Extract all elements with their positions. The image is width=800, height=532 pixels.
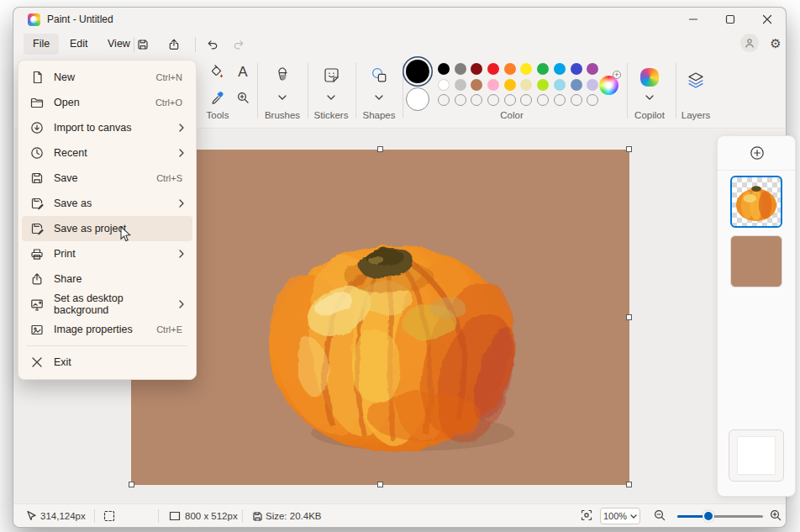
stickers-button[interactable] (320, 64, 342, 86)
copilot-button[interactable] (639, 66, 661, 88)
account-button[interactable] (740, 34, 759, 52)
color-swatch[interactable] (504, 79, 516, 91)
color-swatch[interactable] (554, 79, 566, 91)
color-swatch[interactable] (487, 63, 499, 75)
file-size-value: Size: 20.4KB (266, 504, 321, 528)
canvas-handle-right[interactable] (626, 314, 632, 320)
undo-button[interactable] (200, 34, 225, 55)
fill-tool-button[interactable] (206, 61, 228, 83)
menu-item-print[interactable]: Print (22, 241, 192, 266)
drawing-canvas[interactable] (131, 150, 629, 485)
shapes-button[interactable] (368, 64, 390, 86)
color-swatch[interactable] (455, 63, 466, 75)
save-icon (136, 38, 150, 51)
brushes-dropdown-chevron[interactable] (276, 93, 289, 102)
ribbon-separator (403, 63, 403, 119)
color-swatch[interactable] (438, 63, 450, 75)
minimize-button[interactable] (675, 8, 712, 31)
layer-thumbnail-pumpkin[interactable] (730, 176, 782, 228)
eyedropper-tool-button[interactable] (206, 87, 228, 108)
canvas-handle-bottom-left[interactable] (129, 482, 134, 487)
stickers-dropdown-chevron[interactable] (324, 93, 338, 102)
canvas-background-layer[interactable] (729, 429, 784, 482)
fill-bucket-icon (209, 65, 224, 80)
save-button[interactable] (130, 34, 155, 55)
chevron-down-icon (375, 95, 383, 100)
text-tool-button[interactable]: A (232, 61, 254, 83)
menu-item-set-as-desktop-background[interactable]: Set as desktop background (22, 292, 192, 317)
empty-color-slot[interactable] (587, 94, 598, 106)
empty-color-slot[interactable] (520, 94, 532, 106)
shapes-dropdown-chevron[interactable] (372, 93, 386, 102)
brush-icon (274, 66, 291, 84)
window-title: Paint - Untitled (47, 13, 113, 25)
menu-item-exit[interactable]: Exit (22, 350, 192, 375)
clock-icon (30, 146, 44, 160)
redo-button[interactable] (225, 34, 250, 55)
color-swatch[interactable] (504, 63, 516, 75)
settings-button[interactable]: ⚙ (766, 34, 786, 54)
image-properties-icon (30, 323, 44, 336)
menu-item-save-as[interactable]: Save as (22, 191, 192, 216)
color-swatch[interactable] (571, 79, 582, 91)
menu-item-image-properties[interactable]: Image properties Ctrl+E (22, 317, 192, 342)
menu-item-open[interactable]: Open Ctrl+O (22, 90, 192, 115)
color-swatch[interactable] (438, 79, 450, 91)
layer-thumbnail-background-color[interactable] (730, 235, 782, 287)
zoom-out-button[interactable] (653, 508, 666, 522)
color-swatch[interactable] (587, 63, 598, 75)
color-swatch[interactable] (487, 79, 499, 91)
fit-to-screen-button[interactable] (580, 508, 593, 522)
menu-item-recent[interactable]: Recent (22, 140, 192, 166)
file-size-icon (250, 509, 264, 523)
canvas-handle-bottom-right[interactable] (626, 482, 632, 487)
add-layer-button[interactable] (748, 144, 766, 162)
menubar: File Edit View (13, 31, 786, 58)
empty-color-slot[interactable] (571, 94, 582, 106)
magnifier-tool-button[interactable] (232, 87, 254, 108)
save-as-icon (30, 197, 44, 210)
menu-item-save[interactable]: Save Ctrl+S (22, 166, 192, 191)
close-button[interactable] (749, 8, 786, 31)
layers-icon (686, 71, 706, 91)
layers-button[interactable] (685, 70, 707, 92)
empty-color-slot[interactable] (504, 94, 516, 106)
maximize-button[interactable] (712, 8, 749, 31)
pumpkin-thumbnail-art (732, 181, 781, 223)
empty-color-slot[interactable] (455, 94, 466, 106)
color-swatch[interactable] (455, 79, 466, 91)
empty-color-slot[interactable] (487, 94, 499, 106)
menu-file[interactable]: File (24, 34, 59, 55)
color-swatch[interactable] (537, 79, 549, 91)
zoom-in-button[interactable] (769, 508, 782, 522)
color-swatch[interactable] (554, 63, 566, 75)
color-swatch[interactable] (571, 63, 582, 75)
secondary-color-swatch[interactable] (406, 87, 429, 111)
menu-edit[interactable]: Edit (61, 34, 97, 55)
empty-color-slot[interactable] (537, 94, 549, 106)
color-swatch[interactable] (587, 79, 598, 91)
color-swatch[interactable] (471, 79, 482, 91)
menu-item-share[interactable]: Share (22, 266, 192, 292)
share-button[interactable] (161, 34, 187, 55)
brushes-button[interactable] (271, 64, 293, 86)
empty-color-slot[interactable] (471, 94, 482, 106)
empty-color-slot[interactable] (438, 94, 450, 106)
color-swatch[interactable] (471, 63, 482, 75)
color-swatch[interactable] (520, 79, 532, 91)
zoom-slider-thumb[interactable] (703, 510, 714, 522)
menu-item-new[interactable]: New Ctrl+N (22, 65, 192, 90)
color-swatch[interactable] (520, 63, 532, 75)
menu-item-import-to-canvas[interactable]: Import to canvas (22, 115, 192, 140)
canvas-handle-top-right[interactable] (626, 146, 632, 152)
pumpkin-artwork (262, 211, 523, 456)
color-swatch[interactable] (537, 63, 549, 75)
menu-item-save-as-project[interactable]: Save as project (22, 216, 192, 241)
empty-color-slot[interactable] (554, 94, 566, 106)
zoom-slider[interactable] (677, 515, 763, 518)
copilot-dropdown-chevron[interactable] (643, 93, 656, 102)
canvas-handle-bottom[interactable] (377, 482, 383, 487)
zoom-level-dropdown[interactable]: 100% (600, 508, 640, 524)
canvas-handle-top[interactable] (377, 146, 383, 152)
foreground-color-swatch[interactable] (406, 60, 429, 83)
